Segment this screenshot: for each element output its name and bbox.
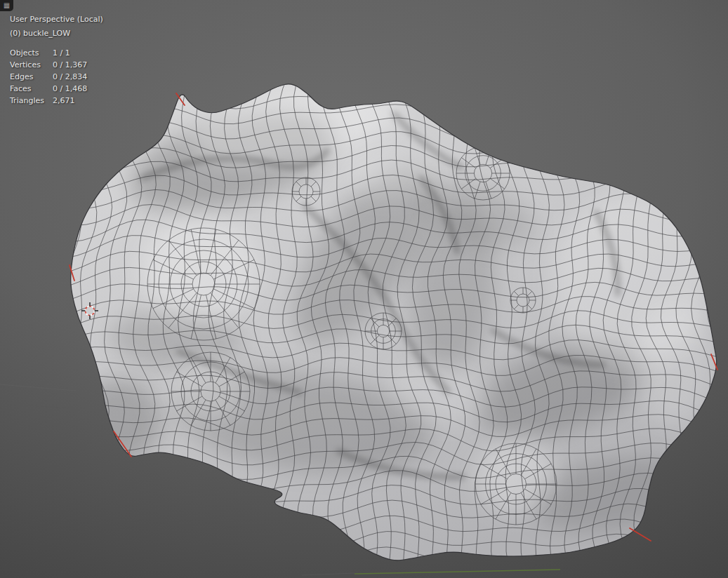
stat-label: Triangles — [10, 95, 53, 107]
stat-edges: Edges 0 / 2,834 — [10, 71, 87, 83]
editor-grid-icon: ▦ — [4, 2, 10, 9]
stat-label: Faces — [10, 83, 53, 95]
stat-value: 2,671 — [53, 95, 75, 107]
editor-type-button[interactable]: ▦ — [0, 0, 13, 11]
active-object-label: (0) buckle_LOW — [10, 29, 103, 38]
stat-label: Objects — [10, 47, 53, 59]
stat-faces: Faces 0 / 1,468 — [10, 83, 87, 95]
stat-value: 0 / 1,367 — [53, 59, 87, 71]
view-perspective-label: User Perspective (Local) — [10, 15, 103, 24]
3d-viewport[interactable]: ▦ User Perspective (Local) (0) buckle_LO… — [0, 0, 728, 578]
stat-label: Edges — [10, 71, 53, 83]
viewport-canvas[interactable] — [0, 0, 728, 578]
stat-label: Vertices — [10, 59, 53, 71]
stat-objects: Objects 1 / 1 — [10, 47, 87, 59]
stat-vertices: Vertices 0 / 1,367 — [10, 59, 87, 71]
stat-triangles: Triangles 2,671 — [10, 95, 87, 107]
scene-statistics: Objects 1 / 1 Vertices 0 / 1,367 Edges 0… — [10, 47, 87, 107]
stat-value: 0 / 2,834 — [53, 71, 87, 83]
stat-value: 1 / 1 — [53, 47, 70, 59]
mesh-surface[interactable] — [47, 62, 728, 578]
y-axis-line — [355, 570, 560, 574]
stat-value: 0 / 1,468 — [53, 83, 87, 95]
viewport-text-info: User Perspective (Local) (0) buckle_LOW — [10, 15, 103, 38]
